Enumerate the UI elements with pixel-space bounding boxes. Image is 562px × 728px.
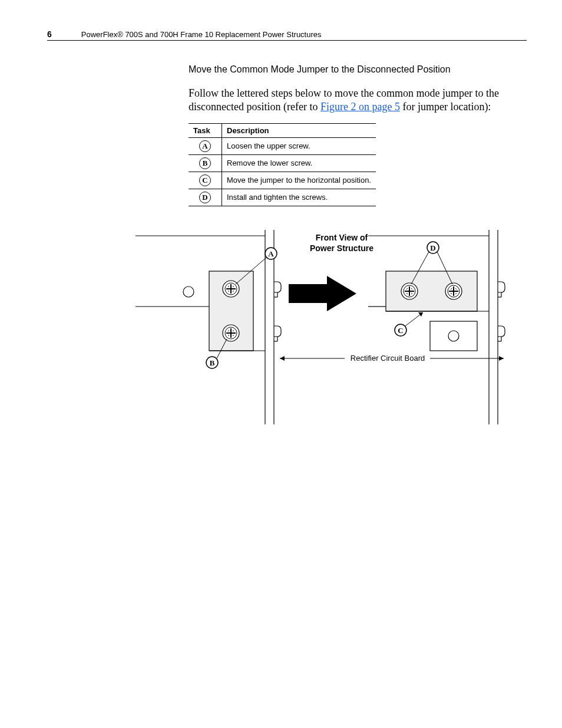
transition-arrow-icon xyxy=(289,276,356,311)
svg-text:C: C xyxy=(398,326,403,335)
rectifier-label-group: Rectifier Circuit Board xyxy=(280,354,504,363)
svg-marker-26 xyxy=(418,312,423,317)
step-description: Move the jumper to the horizontal positi… xyxy=(222,172,376,189)
section-title: Move the Common Mode Jumper to the Disco… xyxy=(189,64,527,75)
step-description: Loosen the upper screw. xyxy=(222,137,376,154)
document-title: PowerFlex® 700S and 700H Frame 10 Replac… xyxy=(81,30,322,39)
callout-a: A xyxy=(236,248,277,284)
diagram: Front View of Power Structure xyxy=(130,230,527,433)
step-letter-d-icon: D xyxy=(199,192,211,203)
bracket-icon xyxy=(498,282,505,297)
step-letter-c-icon: C xyxy=(199,174,211,186)
screw-icon xyxy=(223,325,239,341)
page-header: 6 PowerFlex® 700S and 700H Frame 10 Repl… xyxy=(47,29,527,41)
svg-marker-17 xyxy=(289,276,356,311)
table-row: C Move the jumper to the horizontal posi… xyxy=(189,172,376,189)
page-number: 6 xyxy=(47,29,52,39)
bracket-icon xyxy=(274,282,281,297)
jumper-horizontal xyxy=(386,271,477,311)
table-row: A Loosen the upper screw. xyxy=(189,137,376,154)
svg-text:A: A xyxy=(268,249,274,258)
bracket-icon xyxy=(274,326,281,341)
diagram-title-1: Front View of xyxy=(316,233,368,242)
rectifier-label: Rectifier Circuit Board xyxy=(351,354,425,363)
svg-text:B: B xyxy=(210,358,215,367)
description-header: Description xyxy=(222,123,376,137)
task-header: Task xyxy=(189,123,222,137)
bracket-icon xyxy=(498,326,505,341)
table-row: D Install and tighten the screws. xyxy=(189,189,376,206)
task-table: Task Description A Loosen the upper scre… xyxy=(189,123,376,206)
intro-post: for jumper location): xyxy=(400,101,491,113)
svg-marker-28 xyxy=(280,356,285,361)
step-letter-a-icon: A xyxy=(199,140,211,152)
svg-text:D: D xyxy=(430,243,435,252)
step-description: Remove the lower screw. xyxy=(222,154,376,172)
figure-link[interactable]: Figure 2 on page 5 xyxy=(320,101,400,113)
step-description: Install and tighten the screws. xyxy=(222,189,376,206)
hole-icon xyxy=(183,286,194,297)
svg-marker-30 xyxy=(499,356,504,361)
intro-paragraph: Follow the lettered steps below to move … xyxy=(189,87,527,114)
callout-c: C xyxy=(395,312,423,336)
diagram-title-2: Power Structure xyxy=(310,243,373,253)
open-pad xyxy=(430,321,477,351)
table-row: B Remove the lower screw. xyxy=(189,154,376,172)
step-letter-b-icon: B xyxy=(199,157,211,169)
screw-icon xyxy=(445,283,462,299)
screw-icon xyxy=(401,283,418,299)
